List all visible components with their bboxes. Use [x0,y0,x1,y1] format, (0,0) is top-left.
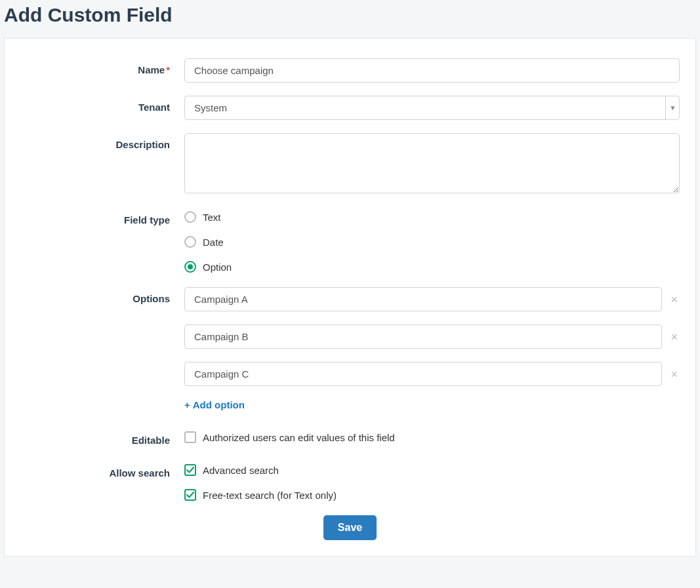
add-option-label: Add option [193,399,245,410]
radio-icon [184,236,196,248]
checkbox-icon [184,431,196,443]
required-asterisk: * [166,64,170,75]
checkbox-label: Advanced search [203,465,279,476]
label-options: Options [20,287,184,304]
radio-date[interactable]: Date [184,235,680,249]
option-input[interactable] [184,324,662,349]
label-allow-search: Allow search [20,461,184,479]
editable-checkbox[interactable]: Authorized users can edit values of this… [184,430,680,444]
close-icon[interactable]: × [662,368,678,380]
form-panel: Name* Tenant System ▼ Description [4,38,696,557]
save-button[interactable]: Save [323,515,377,540]
label-description: Description [20,133,184,150]
radio-icon [184,211,196,223]
plus-icon: + [184,399,190,410]
add-option-link[interactable]: + Add option [184,399,245,410]
name-input[interactable] [184,58,680,83]
checkbox-label: Authorized users can edit values of this… [203,432,395,443]
checkbox-label: Free-text search (for Text only) [203,490,337,501]
label-editable: Editable [20,429,184,446]
freetext-search-checkbox[interactable]: Free-text search (for Text only) [184,488,680,502]
radio-label: Option [203,262,232,273]
description-textarea[interactable] [184,133,680,193]
radio-label: Date [203,237,224,248]
tenant-select[interactable]: System [184,96,680,120]
option-input[interactable] [184,362,662,386]
radio-label: Text [203,212,221,223]
option-input[interactable] [184,287,662,311]
radio-icon [184,261,196,273]
close-icon[interactable]: × [662,294,678,305]
label-name: Name* [20,58,184,75]
advanced-search-checkbox[interactable]: Advanced search [184,463,680,477]
radio-text[interactable]: Text [184,210,680,224]
page-title: Add Custom Field [4,4,699,26]
checkbox-icon [184,489,196,501]
label-tenant: Tenant [20,96,184,113]
close-icon[interactable]: × [662,331,678,343]
label-field-type: Field type [20,208,184,225]
radio-option[interactable]: Option [184,260,680,274]
checkbox-icon [184,464,196,476]
